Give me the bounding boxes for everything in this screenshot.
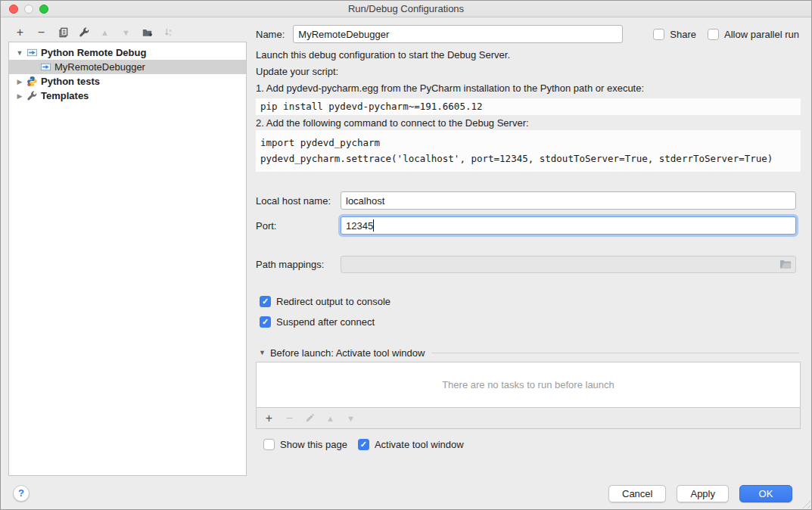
move-down-icon: ▼ — [120, 26, 132, 39]
redirect-output-checkbox-group[interactable]: Redirect output to console — [260, 295, 390, 307]
port-row: Port: — [256, 216, 796, 235]
help-button[interactable]: ? — [13, 485, 30, 502]
copy-configuration-icon[interactable] — [57, 26, 68, 39]
run-debug-configurations-dialog: Run/Debug Configurations + − ▲ ▼ az ▼ Py… — [0, 0, 812, 510]
local-host-label: Local host name: — [256, 195, 341, 207]
tree-item-templates[interactable]: ▶ Templates — [9, 89, 246, 103]
move-task-down-icon: ▼ — [345, 412, 356, 424]
step-1-text: 1. Add pydevd-pycharm.egg from the PyCha… — [256, 82, 644, 96]
suspend-after-connect-checkbox-group[interactable]: Suspend after connect — [260, 316, 375, 328]
tree-item-python-tests[interactable]: ▶ Python tests — [9, 74, 246, 89]
local-host-input[interactable] — [341, 191, 796, 210]
sort-alphabetically-icon: az — [163, 26, 174, 39]
share-label: Share — [670, 29, 696, 40]
show-this-page-checkbox-group[interactable]: Show this page — [263, 439, 347, 450]
configurations-tree: ▼ Python Remote Debug MyRemoteDebugger ▶… — [8, 42, 247, 476]
window-title: Run/Debug Configurations — [1, 1, 811, 17]
path-mappings-row: Path mappings: — [256, 255, 796, 273]
title-bar: Run/Debug Configurations — [1, 1, 811, 17]
wrench-icon — [26, 90, 38, 102]
path-mappings-label: Path mappings: — [256, 259, 341, 270]
name-input[interactable] — [293, 25, 623, 43]
tree-item-label: MyRemoteDebugger — [54, 61, 145, 73]
svg-text:a: a — [169, 28, 171, 33]
ok-button[interactable]: OK — [739, 485, 792, 502]
collapse-arrow-icon[interactable]: ▶ — [15, 78, 24, 86]
activate-tool-window-label: Activate tool window — [375, 439, 464, 450]
intro-line-1: Launch this debug configuration to start… — [256, 49, 510, 63]
new-folder-icon[interactable] — [142, 26, 153, 39]
empty-tasks-text: There are no tasks to run before launch — [442, 379, 614, 390]
port-input[interactable] — [341, 216, 796, 235]
before-launch-task-list[interactable]: There are no tasks to run before launch — [256, 362, 801, 408]
browse-folder-icon[interactable] — [779, 259, 792, 269]
intro-line-2: Update your script: — [256, 66, 338, 79]
move-up-icon: ▲ — [99, 26, 110, 39]
name-row: Name: Share Allow parallel run — [256, 25, 799, 43]
configurations-toolbar: + − ▲ ▼ az — [14, 24, 174, 41]
settrace-code: import pydevd_pycharm pydevd_pycharm.set… — [256, 130, 801, 172]
minimize-button[interactable] — [24, 5, 33, 14]
allow-parallel-run-checkbox-group[interactable]: Allow parallel run — [708, 29, 799, 40]
tree-item-label: Python Remote Debug — [41, 47, 146, 58]
dialog-buttons: Cancel Apply OK — [608, 485, 792, 502]
section-divider — [431, 353, 799, 353]
share-checkbox-group[interactable]: Share — [653, 29, 696, 40]
tree-item-label: Templates — [41, 90, 89, 101]
run-config-icon — [26, 47, 38, 59]
zoom-button[interactable] — [39, 5, 48, 14]
settrace-code-line-1: import pydevd_pycharm — [260, 135, 796, 151]
remove-configuration-icon[interactable]: − — [36, 26, 47, 39]
task-toolbar: + − ▲ ▼ — [256, 408, 801, 429]
add-configuration-icon[interactable]: + — [14, 26, 26, 39]
move-task-up-icon: ▲ — [325, 412, 336, 424]
close-button[interactable] — [9, 5, 18, 14]
allow-parallel-run-label: Allow parallel run — [724, 29, 799, 40]
collapse-triangle-icon[interactable]: ▼ — [259, 349, 266, 356]
svg-text:z: z — [169, 33, 171, 37]
step-2-text: 2. Add the following command to connect … — [256, 117, 529, 131]
apply-button[interactable]: Apply — [677, 485, 729, 502]
local-host-row: Local host name: — [256, 191, 796, 210]
port-input-wrapper — [341, 216, 796, 235]
expand-arrow-icon[interactable]: ▼ — [15, 49, 24, 57]
cancel-button[interactable]: Cancel — [608, 485, 666, 502]
allow-parallel-run-checkbox[interactable] — [708, 29, 719, 40]
pip-install-code: pip install pydevd-pycharm~=191.6605.12 — [256, 98, 801, 115]
activate-tool-window-checkbox[interactable] — [358, 439, 369, 450]
tree-item-label: Python tests — [41, 76, 100, 87]
before-launch-header[interactable]: ▼ Before launch: Activate tool window — [259, 347, 799, 359]
text-caret — [373, 219, 374, 232]
redirect-output-checkbox[interactable] — [260, 296, 271, 307]
add-task-icon[interactable]: + — [263, 412, 275, 424]
python-tests-icon — [26, 76, 38, 88]
run-config-icon — [39, 61, 51, 73]
window-controls — [9, 5, 48, 14]
tree-item-python-remote-debug[interactable]: ▼ Python Remote Debug — [9, 45, 246, 60]
remove-task-icon: − — [284, 412, 295, 424]
show-this-page-checkbox[interactable] — [263, 439, 275, 450]
activate-tool-window-checkbox-group[interactable]: Activate tool window — [358, 439, 464, 450]
show-this-page-label: Show this page — [280, 439, 347, 450]
resize-grip[interactable] — [801, 499, 810, 508]
edit-configuration-icon[interactable] — [78, 26, 89, 39]
settrace-code-line-2: pydevd_pycharm.settrace('localhost', por… — [260, 151, 796, 166]
suspend-after-connect-checkbox[interactable] — [260, 316, 271, 328]
page-options-row: Show this page Activate tool window — [263, 438, 464, 450]
redirect-output-label: Redirect output to console — [276, 296, 390, 307]
port-label: Port: — [256, 220, 341, 232]
share-checkbox[interactable] — [653, 29, 664, 40]
before-launch-title: Before launch: Activate tool window — [270, 347, 425, 359]
name-label: Name: — [256, 29, 285, 40]
edit-task-icon — [304, 412, 316, 424]
path-mappings-input[interactable] — [341, 256, 796, 273]
collapse-arrow-icon[interactable]: ▶ — [15, 92, 24, 100]
tree-item-myremotedebugger[interactable]: MyRemoteDebugger — [9, 60, 246, 74]
suspend-after-connect-label: Suspend after connect — [276, 316, 375, 328]
